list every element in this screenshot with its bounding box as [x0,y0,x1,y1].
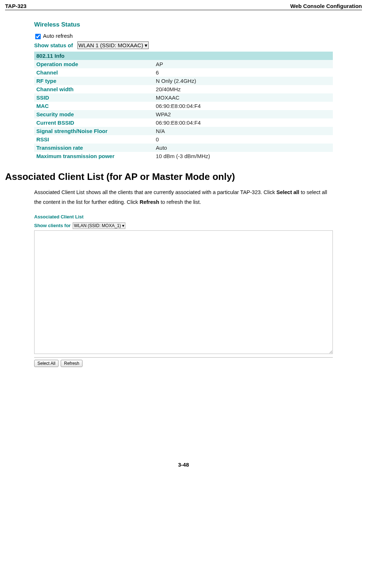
body-text-part3: to refresh the list. [159,199,201,205]
section-heading: Associated Client List (for AP or Master… [5,171,362,182]
row-label: RF type [34,77,154,85]
row-value: 06:90:E8:00:04:F4 [154,118,333,127]
show-clients-label: Show clients for [34,223,70,228]
row-value: 6 [154,68,333,77]
body-text: Associated Client List shows all the cli… [34,188,333,208]
show-clients-select[interactable]: WLAN (SSID: MOXA_1) ▾ [73,222,125,229]
auto-refresh-label: Auto refresh [43,33,73,39]
row-label: RSSI [34,135,154,144]
table-row: Signal strength/Noise FloorN/A [34,127,333,135]
row-label: Channel width [34,85,154,93]
body-text-bold1: Select all [277,189,299,195]
row-label: MAC [34,102,154,110]
row-value: 0 [154,135,333,144]
row-value: Auto [154,144,333,152]
select-all-button[interactable]: Select All [34,360,59,367]
row-value: 10 dBm (-3 dBm/MHz) [154,152,333,160]
row-label: Security mode [34,110,154,118]
table-row: Current BSSID06:90:E8:00:04:F4 [34,118,333,127]
table-row: MAC06:90:E8:00:04:F4 [34,102,333,110]
table-row: Transmission rateAuto [34,144,333,152]
dropdown-arrow-icon: ▾ [122,223,124,228]
show-status-label: Show status of [34,42,73,48]
client-list-textarea[interactable] [34,230,333,354]
auto-refresh-checkbox[interactable] [35,33,41,39]
row-label: Operation mode [34,60,154,68]
row-label: Current BSSID [34,118,154,127]
table-row: RSSI0 [34,135,333,144]
row-value: N Only (2.4GHz) [154,77,333,85]
row-label: SSID [34,93,154,102]
row-value: 06:90:E8:00:04:F4 [154,102,333,110]
row-value: N/A [154,127,333,135]
show-status-select[interactable]: WLAN 1 (SSID: MOXAAC) ▾ [77,41,149,49]
row-value: WPA2 [154,110,333,118]
body-text-part1: Associated Client List shows all the cli… [34,189,277,195]
divider [34,357,333,358]
body-text-bold2: Refresh [140,199,159,205]
table-row: Operation modeAP [34,60,333,68]
row-value: MOXAAC [154,93,333,102]
row-label: Channel [34,68,154,77]
header-right: Web Console Configuration [290,3,362,9]
wireless-status-table: 802.11 Info Operation modeAPChannel6RF t… [34,52,333,160]
row-label: Transmission rate [34,144,154,152]
row-label: Maximum transmission power [34,152,154,160]
page-number: 3-48 [5,462,362,468]
show-status-value: WLAN 1 (SSID: MOXAAC) [78,42,143,48]
table-row: Security modeWPA2 [34,110,333,118]
table-row: Maximum transmission power10 dBm (-3 dBm… [34,152,333,160]
refresh-button[interactable]: Refresh [61,360,82,367]
table-row: SSIDMOXAAC [34,93,333,102]
section-header: 802.11 Info [34,52,333,60]
table-row: Channel width20/40MHz [34,85,333,93]
row-label: Signal strength/Noise Floor [34,127,154,135]
row-value: AP [154,60,333,68]
client-list-title: Associated Client List [34,214,333,220]
chevron-down-icon: ▾ [145,42,148,48]
row-value: 20/40MHz [154,85,333,93]
header-left: TAP-323 [5,3,27,9]
wireless-status-title: Wireless Status [34,21,333,28]
table-row: RF typeN Only (2.4GHz) [34,77,333,85]
show-clients-value: WLAN (SSID: MOXA_1) [74,223,121,228]
table-row: Channel6 [34,68,333,77]
